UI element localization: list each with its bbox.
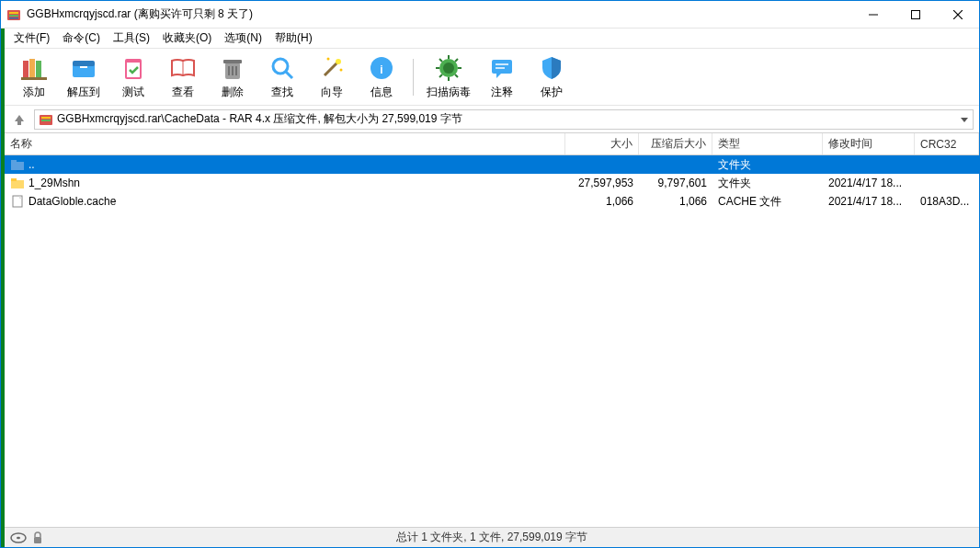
books-icon — [19, 53, 49, 83]
svg-rect-16 — [127, 63, 140, 77]
protect-label: 保护 — [541, 85, 563, 100]
add-label: 添加 — [23, 85, 45, 100]
svg-line-25 — [325, 63, 337, 75]
col-name[interactable]: 名称 — [5, 133, 565, 154]
col-mtime[interactable]: 修改时间 — [823, 133, 915, 154]
drawer-icon — [69, 53, 98, 83]
svg-point-26 — [336, 59, 341, 64]
maximize-button[interactable] — [895, 1, 937, 29]
svg-rect-8 — [23, 61, 28, 79]
wand-icon — [317, 53, 347, 83]
trash-icon — [218, 53, 247, 83]
status-summary: 总计 1 文件夹, 1 文件, 27,599,019 字节 — [396, 530, 587, 545]
svg-rect-2 — [9, 15, 18, 17]
minimize-button[interactable] — [852, 1, 895, 29]
wizard-label: 向导 — [321, 85, 343, 100]
virusscan-label: 扫描病毒 — [427, 85, 471, 100]
search-icon — [268, 53, 297, 83]
svg-line-38 — [455, 74, 458, 77]
col-crc[interactable]: CRC32 — [915, 133, 979, 154]
file-name: DataGloble.cache — [28, 195, 116, 208]
archive-icon — [39, 112, 53, 127]
view-label: 查看 — [172, 85, 194, 100]
statusbar: 总计 1 文件夹, 1 文件, 27,599,019 字节 — [5, 527, 979, 547]
up-button[interactable] — [10, 110, 28, 129]
app-icon — [6, 7, 21, 22]
file-mtime: 2021/4/17 18... — [823, 177, 915, 189]
delete-label: 删除 — [222, 85, 244, 100]
file-packed: 1,066 — [639, 195, 712, 208]
svg-line-37 — [439, 59, 442, 62]
test-button[interactable]: 测试 — [111, 51, 155, 102]
svg-rect-11 — [21, 77, 47, 80]
menu-favorites[interactable]: 收藏夹(O) — [157, 29, 217, 48]
svg-rect-45 — [41, 117, 51, 119]
svg-rect-3 — [9, 17, 18, 19]
up-icon — [10, 157, 25, 172]
svg-rect-41 — [492, 60, 512, 74]
svg-rect-5 — [912, 10, 920, 18]
svg-rect-47 — [11, 162, 24, 170]
file-size: 1,066 — [565, 195, 639, 208]
svg-rect-14 — [80, 66, 87, 68]
path-text: GGBHxmcrqyjscd.rar\CacheData - RAR 4.x 压… — [57, 111, 462, 127]
menu-commands[interactable]: 命令(C) — [57, 29, 106, 48]
wizard-button[interactable]: 向导 — [310, 51, 354, 102]
lock-icon — [32, 531, 43, 544]
file-packed: 9,797,601 — [639, 177, 712, 189]
extract-button[interactable]: 解压到 — [62, 51, 106, 102]
test-label: 测试 — [122, 85, 144, 100]
titlebar: GGBHxmcrqyjscd.rar (离购买许可只剩 8 天了) — [1, 1, 979, 29]
svg-rect-48 — [11, 160, 17, 163]
svg-line-39 — [439, 74, 442, 77]
file-name: 1_29Mshn — [28, 177, 80, 189]
svg-line-24 — [286, 72, 292, 78]
col-packed[interactable]: 压缩后大小 — [639, 133, 712, 154]
table-row[interactable]: DataGloble.cache1,0661,066CACHE 文件2021/4… — [5, 192, 979, 211]
info-icon: i — [367, 53, 396, 83]
pathbar: GGBHxmcrqyjscd.rar\CacheData - RAR 4.x 压… — [5, 106, 979, 133]
add-button[interactable]: 添加 — [12, 51, 56, 102]
svg-rect-50 — [11, 178, 17, 181]
folder-icon — [10, 176, 25, 190]
svg-point-23 — [273, 59, 288, 74]
file-mtime: 2021/4/17 18... — [823, 195, 915, 208]
path-field[interactable]: GGBHxmcrqyjscd.rar\CacheData - RAR 4.x 压… — [34, 109, 974, 130]
close-button[interactable] — [937, 1, 979, 29]
svg-rect-13 — [73, 61, 95, 66]
table-row[interactable]: 1_29Mshn27,597,9539,797,601文件夹2021/4/17 … — [5, 174, 979, 192]
menu-options[interactable]: 选项(N) — [219, 29, 268, 48]
col-type[interactable]: 类型 — [712, 133, 823, 154]
view-button[interactable]: 查看 — [161, 51, 205, 102]
svg-point-27 — [327, 58, 330, 61]
svg-rect-54 — [34, 537, 41, 543]
info-label: 信息 — [370, 85, 393, 100]
virus-icon — [434, 53, 463, 83]
menu-tools[interactable]: 工具(S) — [108, 29, 155, 48]
virusscan-button[interactable]: 扫描病毒 — [423, 51, 474, 102]
comment-label: 注释 — [491, 85, 513, 100]
book-open-icon — [168, 53, 198, 83]
file-size: 27,597,953 — [565, 177, 639, 189]
shield-icon — [537, 53, 566, 83]
svg-rect-49 — [11, 180, 24, 188]
dropdown-icon[interactable] — [960, 115, 969, 124]
svg-rect-1 — [9, 12, 18, 14]
protect-button[interactable]: 保护 — [530, 51, 574, 102]
comment-button[interactable]: 注释 — [480, 51, 524, 102]
col-size[interactable]: 大小 — [565, 133, 639, 154]
svg-line-40 — [455, 59, 458, 62]
clipboard-check-icon — [119, 53, 148, 83]
table-row[interactable]: ..文件夹 — [5, 155, 979, 174]
menu-file[interactable]: 文件(F) — [8, 29, 55, 48]
app-window: GGBHxmcrqyjscd.rar (离购买许可只剩 8 天了) 文件(F) … — [0, 0, 980, 548]
comment-icon — [487, 53, 517, 83]
svg-rect-9 — [29, 59, 35, 79]
toolbar-separator — [413, 59, 414, 96]
svg-point-28 — [340, 69, 343, 72]
file-list[interactable]: ..文件夹1_29Mshn27,597,9539,797,601文件夹2021/… — [5, 155, 979, 527]
find-button[interactable]: 查找 — [260, 51, 304, 102]
menu-help[interactable]: 帮助(H) — [269, 29, 318, 48]
info-button[interactable]: i 信息 — [359, 51, 404, 102]
delete-button[interactable]: 删除 — [211, 51, 255, 102]
